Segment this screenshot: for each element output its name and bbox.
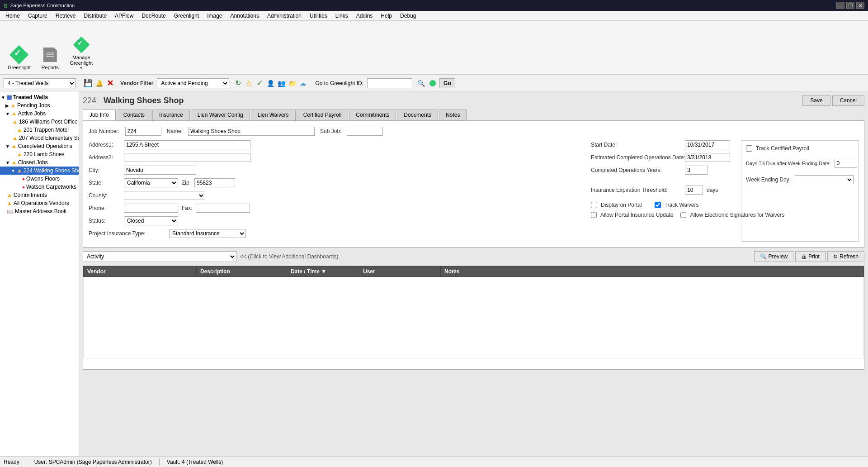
menu-debug[interactable]: Debug [396, 12, 420, 20]
menu-annotations[interactable]: Annotations [227, 12, 263, 20]
track-certified-checkbox[interactable] [746, 145, 752, 152]
ribbon-manage-greenlight-btn[interactable]: ✓ ManageGreenlight ▼ [66, 33, 97, 72]
days-till-due-input[interactable] [835, 159, 857, 168]
menu-distribute[interactable]: Distribute [80, 12, 110, 20]
menu-image[interactable]: Image [203, 12, 226, 20]
menu-utilities[interactable]: Utilities [306, 12, 331, 20]
menu-administration[interactable]: Administration [264, 12, 305, 20]
tab-lien-waiver-config[interactable]: Lien Waiver Config [191, 110, 250, 120]
tree-label-201: 201 Trappen Motel [24, 127, 69, 133]
tree-item-201[interactable]: ▲ 201 Trappen Motel [0, 126, 79, 134]
tree-item-treated-wells[interactable]: ▼ ▦ Treated Wells [0, 93, 79, 101]
week-ending-select[interactable]: Monday Friday Sunday [795, 175, 854, 184]
ribbon-reports-btn[interactable]: Reports [37, 43, 64, 72]
city-input[interactable] [124, 166, 196, 175]
check-filter-icon[interactable]: ✓ [255, 78, 264, 88]
ins-exp-input[interactable] [685, 186, 703, 195]
menu-capture[interactable]: Capture [24, 12, 51, 20]
sub-job-input[interactable] [347, 127, 383, 136]
proj-ins-select[interactable]: Standard Insurance [169, 229, 246, 238]
cloud-icon[interactable]: ☁ [298, 78, 308, 88]
tree-item-186[interactable]: ▲ 186 Williams Post Office [0, 118, 79, 126]
menu-links[interactable]: Links [332, 12, 352, 20]
go-button[interactable]: Go [439, 78, 455, 88]
activity-select[interactable]: Activity [83, 251, 236, 262]
tab-notes[interactable]: Notes [439, 110, 467, 120]
tree-item-207[interactable]: ▲ 207 Wood Elementary Sc... [0, 134, 79, 142]
tab-lien-waivers[interactable]: Lien Waivers [251, 110, 296, 120]
page-header: 224 Walking Shoes Shop Save Cancel [83, 95, 864, 106]
tab-insurance[interactable]: Insurance [152, 110, 190, 120]
menu-greenlight[interactable]: Greenlight [170, 12, 203, 20]
cancel-button[interactable]: Cancel [832, 95, 864, 106]
zip-input[interactable] [194, 178, 235, 187]
print-button[interactable]: 🖨 Print [795, 251, 826, 262]
tree-item-owens[interactable]: ● Owens Floors [0, 175, 79, 183]
preview-button[interactable]: 🔍 Preview [754, 251, 794, 262]
name-input[interactable] [188, 127, 315, 136]
electronic-sig-checkbox[interactable] [680, 212, 686, 218]
ribbon-greenlight-btn[interactable]: ✓ Greenlight [4, 43, 35, 72]
tree-item-220[interactable]: ▲ 220 Lamb Shoes [0, 150, 79, 158]
status-row: Status: Closed Active Pending [89, 216, 585, 225]
tab-certified-payroll[interactable]: Certified Payroll [297, 110, 349, 120]
go-to-input[interactable] [367, 78, 412, 88]
menu-home[interactable]: Home [2, 12, 24, 20]
cancel-icon[interactable]: ✕ [105, 78, 115, 88]
minimize-btn[interactable]: — [836, 2, 844, 9]
tree-item-224[interactable]: ▼ ▲ 224 Walking Shoes Shop [0, 167, 79, 175]
menu-help[interactable]: Help [377, 12, 396, 20]
portal-ins-checkbox[interactable] [591, 212, 597, 218]
menu-docroute[interactable]: DocRoute [138, 12, 169, 20]
save-button[interactable]: Save [802, 95, 830, 106]
user-icon[interactable]: 👤 [265, 78, 275, 88]
phone-input[interactable] [124, 204, 178, 213]
tab-contacts[interactable]: Contacts [117, 110, 151, 120]
tree-item-commitments[interactable]: ▲ Commitments [0, 191, 79, 199]
menu-apflow[interactable]: APFlow [111, 12, 137, 20]
tree-item-pending-jobs[interactable]: ▶ ▲ Pending Jobs [0, 101, 79, 110]
col-notes[interactable]: Notes [441, 267, 864, 277]
refresh-filter-icon[interactable]: ↻ [233, 78, 243, 88]
tree-item-address-book[interactable]: 📖 Master Address Book [0, 207, 79, 215]
vault-select[interactable]: 4 - Treated Wells [4, 78, 76, 88]
menu-addins[interactable]: Addins [353, 12, 377, 20]
tree-item-completed-ops[interactable]: ▼ ▲ Completed Operations [0, 142, 79, 150]
address2-label: Address2: [89, 154, 120, 161]
comp-years-input[interactable] [685, 166, 708, 175]
folder-icon[interactable]: 📁 [287, 78, 297, 88]
status-filter-select[interactable]: Active and Pending All Closed [157, 78, 229, 88]
display-portal-checkbox[interactable] [591, 202, 597, 208]
col-description[interactable]: Description [197, 267, 287, 277]
status-select[interactable]: Closed Active Pending [124, 216, 178, 225]
dashboards-link[interactable]: << (Click to View Additional Dashboards) [240, 253, 338, 260]
address1-input[interactable] [124, 140, 250, 149]
tree-item-all-vendors[interactable]: ▲ All Operations Vendors [0, 199, 79, 207]
col-datetime[interactable]: Date / Time ▼ [287, 267, 359, 277]
col-vendor[interactable]: Vendor [84, 267, 197, 277]
refresh-button[interactable]: ↻ Refresh [827, 251, 864, 262]
menu-retrieve[interactable]: Retrieve [52, 12, 80, 20]
bell-icon[interactable]: 🔔 [94, 78, 104, 88]
search-icon[interactable]: 🔍 [416, 78, 426, 88]
start-date-input[interactable] [685, 140, 730, 149]
restore-btn[interactable]: ❐ [846, 2, 854, 9]
col-user[interactable]: User [359, 267, 441, 277]
tab-job-info[interactable]: Job Info [83, 110, 116, 120]
est-comp-input[interactable] [685, 153, 730, 162]
fax-input[interactable] [196, 204, 250, 213]
warning-icon[interactable]: ⚠ [244, 78, 254, 88]
tab-commitments[interactable]: Commitments [349, 110, 396, 120]
tree-item-closed-jobs[interactable]: ▼ ▲ Closed Jobs [0, 158, 79, 167]
close-btn[interactable]: ✕ [856, 2, 864, 9]
address2-input[interactable] [124, 153, 250, 162]
tree-item-watson[interactable]: ● Watson Carpetworks [0, 183, 79, 191]
state-select[interactable]: California [124, 178, 178, 187]
track-waivers-checkbox[interactable] [655, 202, 661, 208]
job-number-input[interactable] [125, 127, 161, 136]
tab-documents[interactable]: Documents [397, 110, 438, 120]
county-select[interactable] [124, 191, 205, 200]
save-icon[interactable]: 💾 [83, 78, 93, 88]
group-icon[interactable]: 👥 [276, 78, 286, 88]
tree-item-active-jobs[interactable]: ▼ ▲ Active Jobs [0, 110, 79, 118]
